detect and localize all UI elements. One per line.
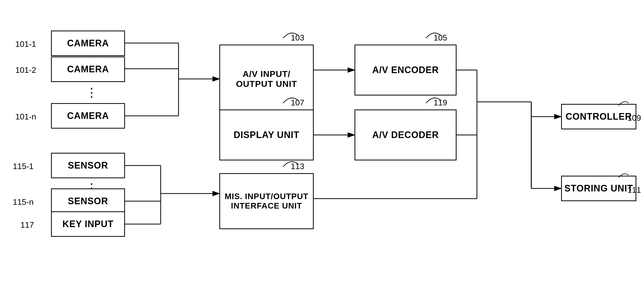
- cameraN-ref: 101-n: [15, 112, 36, 121]
- camera2-ref: 101-2: [15, 65, 36, 75]
- cameraN-block: CAMERA: [51, 103, 125, 129]
- block-diagram: CAMERA 101-1 CAMERA 101-2 ⋮ CAMERA 101-n…: [0, 0, 644, 302]
- sensor1-ref: 115-1: [13, 162, 34, 171]
- camera2-block: CAMERA: [51, 57, 125, 82]
- sensor1-block: SENSOR: [51, 153, 125, 178]
- camera1-block: CAMERA: [51, 31, 125, 56]
- av-decoder-block: A/V DECODER: [355, 109, 457, 160]
- sensorN-block: SENSOR: [51, 188, 125, 214]
- controller-ref: 109: [627, 113, 641, 123]
- camera-dots: ⋮: [85, 87, 98, 99]
- key-input-ref: 117: [20, 220, 34, 230]
- storing-ref: 111: [627, 185, 641, 195]
- key-input-block: KEY INPUT: [51, 211, 125, 237]
- sensorN-ref: 115-n: [13, 197, 34, 207]
- av-encoder-block: A/V ENCODER: [355, 45, 457, 95]
- camera1-ref: 101-1: [15, 39, 36, 49]
- mis-io-block: MIS. INPUT/OUTPUTINTERFACE UNIT: [219, 173, 314, 229]
- display-block: DISPLAY UNIT: [219, 109, 314, 160]
